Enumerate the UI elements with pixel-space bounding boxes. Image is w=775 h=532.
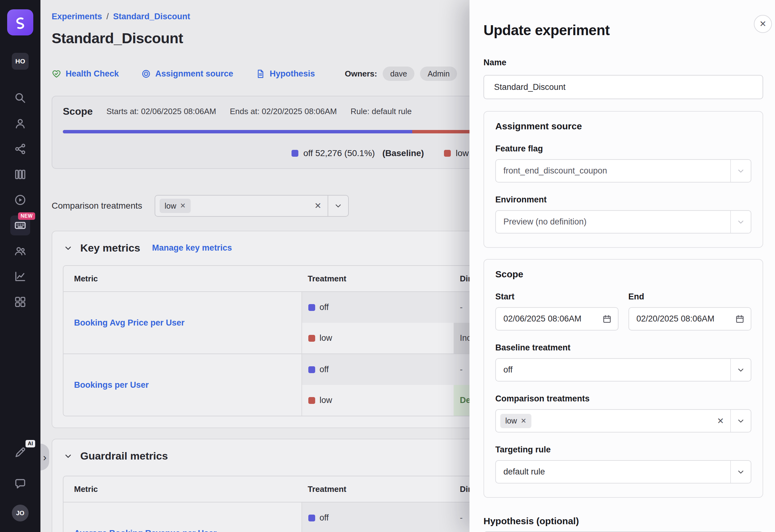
scope-heading: Scope: [495, 269, 751, 280]
sidebar-item-search[interactable]: [10, 88, 30, 108]
breadcrumb-current-link[interactable]: Standard_Discount: [113, 12, 190, 21]
chevron-down-icon[interactable]: [731, 417, 751, 425]
close-drawer-button[interactable]: ✕: [754, 15, 772, 33]
owners-group: Owners: dave Admin: [345, 67, 457, 81]
health-check-link[interactable]: Health Check: [52, 69, 119, 79]
sidebar-item-assignment[interactable]: [10, 139, 30, 159]
start-date-input[interactable]: 02/06/2025 08:06AM: [495, 307, 619, 331]
experiment-name-input[interactable]: [484, 75, 763, 99]
clear-selection-icon[interactable]: ✕: [308, 201, 327, 211]
comparison-treatments-select[interactable]: low ✕ ✕: [155, 195, 349, 217]
collapse-chevron-icon[interactable]: [63, 243, 73, 253]
start-date-value: 02/06/2025 08:06AM: [504, 314, 582, 324]
columns-icon: [14, 168, 26, 181]
baseline-treatment-value: off: [504, 365, 513, 375]
sidebar-bottom: AI JO: [10, 442, 30, 521]
keyboard-icon: [14, 219, 26, 232]
owner-pill-admin[interactable]: Admin: [420, 67, 457, 81]
end-date-value: 02/20/2025 08:06AM: [637, 314, 715, 324]
targeting-rule-label: Targeting rule: [495, 445, 751, 455]
manage-key-metrics-link[interactable]: Manage key metrics: [152, 243, 232, 253]
user-avatar[interactable]: JO: [12, 505, 29, 521]
sidebar-nav: NEW: [10, 88, 30, 312]
metric-link[interactable]: Bookings per User: [74, 380, 149, 390]
chat-bubble-icon: [14, 477, 26, 490]
sidebar-item-autotune[interactable]: [10, 190, 30, 210]
comparison-treatments-select[interactable]: low ✕ ✕: [495, 409, 751, 433]
owner-pill-dave[interactable]: dave: [383, 67, 415, 81]
column-header-treatment: Treatment: [301, 274, 454, 284]
scope-section: Scope Start 02/06/2025 08:06AM End 02/20…: [484, 259, 763, 498]
hypothesis-optional-label: Hypothesis (optional): [484, 516, 763, 526]
drawer-title: Update experiment: [484, 22, 763, 39]
scope-banner-title: Scope: [63, 106, 93, 117]
comparison-treatments-label: Comparison treatments: [495, 394, 751, 404]
app-logo[interactable]: [7, 9, 33, 35]
sidebar-item-help[interactable]: [10, 474, 30, 493]
treatment-swatch-off: [308, 515, 315, 521]
treatment-chip-low[interactable]: low ✕: [160, 199, 191, 213]
new-badge: NEW: [18, 212, 35, 220]
guardrail-metrics-title: Guardrail metrics: [80, 450, 168, 462]
treatment-chip-low[interactable]: low ✕: [500, 414, 531, 428]
assignment-source-section: Assignment source Feature flag front_end…: [484, 111, 763, 248]
sidebar-item-audiences[interactable]: [10, 241, 30, 261]
feature-flag-select[interactable]: front_end_discount_coupon: [495, 159, 751, 183]
chevron-down-icon[interactable]: [731, 468, 751, 476]
legend-item-off: off 52,276 (50.1%) (Baseline): [291, 148, 424, 158]
column-header-treatment: Treatment: [301, 484, 454, 494]
chart-line-icon: [14, 270, 26, 283]
hypothesis-label: Hypothesis: [270, 69, 315, 79]
close-icon: ✕: [759, 19, 767, 29]
environment-select[interactable]: Preview (no definition): [495, 210, 751, 234]
health-check-label: Health Check: [66, 69, 119, 79]
play-circle-icon: [14, 194, 26, 206]
sidebar-item-users[interactable]: [10, 113, 30, 133]
legend-off-text: off 52,276 (50.1%): [303, 148, 375, 158]
column-header-metric: Metric: [63, 484, 301, 494]
pencil-icon: [14, 446, 26, 459]
sidebar: HO NEW AI: [0, 0, 40, 532]
search-icon: [14, 92, 26, 104]
scope-rule: Rule: default rule: [350, 107, 412, 116]
hypothesis-link[interactable]: Hypothesis: [256, 69, 315, 79]
treatment-label: off: [319, 365, 329, 374]
sidebar-item-ai-assistant[interactable]: AI: [10, 442, 30, 462]
start-label: Start: [495, 292, 619, 302]
workspace-badge[interactable]: HO: [12, 53, 29, 70]
legend-baseline-text: (Baseline): [382, 148, 424, 158]
chip-label: low: [505, 416, 517, 425]
name-label: Name: [484, 58, 763, 67]
treatment-swatch-off: [308, 304, 315, 311]
breadcrumb-experiments-link[interactable]: Experiments: [52, 12, 102, 21]
targeting-rule-value: default rule: [504, 467, 545, 477]
clear-selection-icon[interactable]: ✕: [711, 416, 730, 426]
legend-swatch-off: [291, 150, 298, 157]
sidebar-item-experiments[interactable]: [10, 164, 30, 184]
sidebar-item-analytics[interactable]: NEW: [10, 215, 30, 235]
scope-starts-at: Starts at: 02/06/2025 08:06AM: [106, 107, 216, 116]
heart-check-icon: [52, 69, 61, 79]
end-date-input[interactable]: 02/20/2025 08:06AM: [629, 307, 752, 331]
collapse-chevron-icon[interactable]: [63, 451, 73, 461]
chip-remove-icon[interactable]: ✕: [521, 417, 527, 425]
calendar-icon: [602, 314, 612, 324]
sidebar-item-dashboards[interactable]: [10, 292, 30, 312]
chevron-down-icon[interactable]: [328, 201, 348, 210]
legend-swatch-low: [444, 150, 451, 157]
chip-remove-icon[interactable]: ✕: [180, 202, 186, 210]
feature-flag-label: Feature flag: [495, 144, 751, 154]
chevron-right-icon: ›: [43, 451, 46, 463]
treatment-swatch-off: [308, 366, 315, 373]
targeting-rule-select[interactable]: default rule: [495, 460, 751, 483]
sidebar-item-metrics[interactable]: [10, 266, 30, 286]
share-nodes-icon: [14, 143, 26, 155]
metric-link[interactable]: Average Booking Revenue per User: [74, 529, 216, 532]
assignment-source-link[interactable]: Assignment source: [141, 69, 233, 79]
user-icon: [14, 117, 26, 130]
scope-ends-at: Ends at: 02/20/2025 08:06AM: [230, 107, 337, 116]
chevron-down-icon[interactable]: [731, 366, 751, 374]
baseline-treatment-select[interactable]: off: [495, 358, 751, 382]
treatment-swatch-low: [308, 397, 315, 404]
metric-link[interactable]: Booking Avg Price per User: [74, 318, 184, 328]
